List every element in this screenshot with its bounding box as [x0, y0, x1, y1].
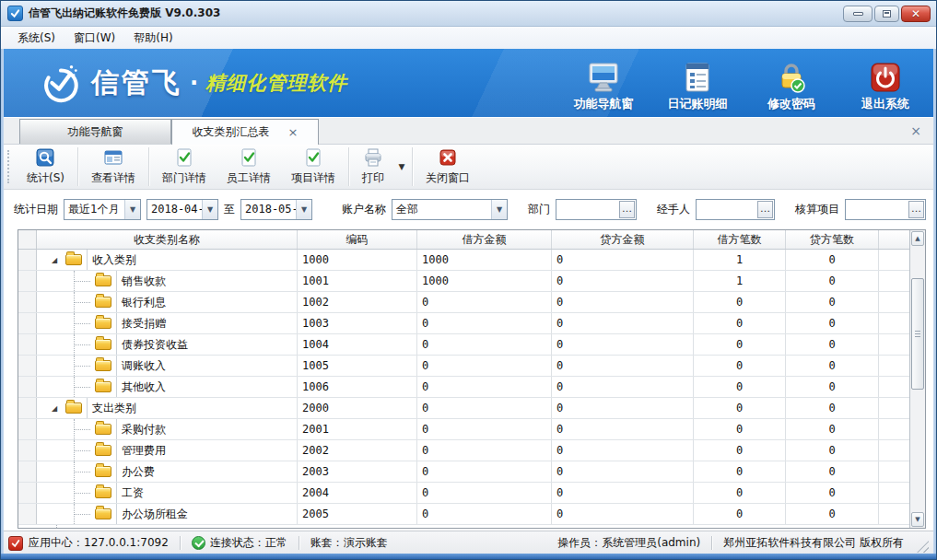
status-separator — [711, 536, 712, 550]
employee-detail-button[interactable]: 员工详情 — [217, 146, 281, 187]
view-detail-icon — [103, 147, 123, 168]
row-indicator — [18, 334, 37, 355]
view-detail-button[interactable]: 查看详情 — [81, 146, 146, 187]
chevron-down-icon[interactable]: ▼ — [202, 200, 217, 219]
category-cell: ◢ 债券投资收益 — [37, 334, 298, 355]
header-filler — [879, 230, 909, 249]
toolbar-grip[interactable] — [7, 150, 11, 183]
category-cell: ◢ 工资 — [37, 483, 298, 503]
stats-button[interactable]: 统计(S) — [17, 146, 75, 187]
close-button[interactable]: ✕ — [901, 6, 931, 22]
brand-logo-icon — [40, 62, 82, 104]
folder-icon — [95, 339, 111, 350]
connection-status: 连接状态：正常 — [192, 535, 287, 551]
date-to-combo[interactable]: 2018-05-21 ▼ — [240, 199, 312, 220]
scrollbar-thumb[interactable] — [911, 278, 924, 390]
nav-window-button[interactable]: 功能导航窗 — [568, 62, 639, 112]
print-dropdown-arrow[interactable]: ▼ — [394, 146, 409, 187]
row-indicator — [18, 292, 37, 312]
table-row[interactable]: ◢ 接受捐赠 1003 0 0 0 0 — [18, 313, 909, 334]
table-row[interactable]: ◢ 管理费用 2002 0 0 0 0 — [18, 440, 909, 461]
table-row[interactable]: ◢ 其他收入 1006 0 0 0 0 — [18, 377, 909, 398]
category-cell: ◢ 其他收入 — [37, 377, 298, 397]
app-window: 信管飞出纳记账软件免费版 V9.0.303 ✕ 系统(S) 窗口(W) 帮助(H… — [0, 0, 937, 560]
exit-system-button[interactable]: 退出系统 — [849, 62, 921, 112]
tab-nav-window[interactable]: 功能导航窗 — [19, 119, 171, 144]
status-separator — [299, 536, 299, 550]
connected-check-icon — [192, 536, 205, 550]
tree-connector — [74, 483, 91, 503]
table-row[interactable]: ◢ 工资 2004 0 0 0 0 — [18, 483, 909, 504]
table-row[interactable]: ◢ 债券投资收益 1004 0 0 0 0 — [18, 334, 909, 356]
project-detail-button[interactable]: 项目详情 — [281, 146, 346, 187]
table-row[interactable]: ◢ 调账收入 1005 0 0 0 0 — [18, 356, 909, 377]
category-cell: ◢ 支出类别 — [37, 398, 298, 418]
toolbar-separator — [148, 147, 149, 186]
row-indicator — [18, 440, 37, 461]
menu-help[interactable]: 帮助(H) — [124, 28, 182, 49]
scroll-down-icon[interactable]: ▼ — [911, 512, 924, 527]
title-bar: 信管飞出纳记账软件免费版 V9.0.303 ✕ — [1, 1, 936, 27]
scroll-up-icon[interactable]: ▲ — [911, 231, 924, 246]
maximize-button[interactable] — [874, 6, 899, 22]
menu-window[interactable]: 窗口(W) — [64, 28, 124, 49]
date-from-combo[interactable]: 2018-04-21 ▼ — [146, 199, 218, 220]
dept-detail-icon — [174, 147, 194, 168]
table-row[interactable]: ◢ 银行利息 1002 0 0 0 0 — [18, 292, 909, 313]
project-field[interactable]: … — [845, 199, 926, 220]
dept-detail-button[interactable]: 部门详情 — [152, 146, 217, 187]
menu-system[interactable]: 系统(S) — [8, 28, 64, 49]
table-row[interactable]: ◢ 销售收款 1001 1000 0 1 0 — [18, 271, 909, 292]
dept-label: 部门 — [528, 202, 550, 217]
close-window-button[interactable]: 关闭窗口 — [416, 146, 480, 187]
journal-detail-button[interactable]: 日记账明细 — [662, 62, 733, 112]
header-debit-count[interactable]: 借方笔数 — [694, 230, 786, 249]
table-row[interactable]: ◢ 收入类别 1000 1000 0 1 0 — [18, 250, 909, 271]
chevron-down-icon[interactable]: ▼ — [124, 200, 140, 219]
chevron-down-icon[interactable]: ▼ — [491, 200, 507, 219]
header-credit-count[interactable]: 贷方笔数 — [786, 230, 879, 249]
folder-icon — [95, 275, 111, 286]
tab-report[interactable]: 收支类别汇总表 × — [171, 119, 319, 145]
folder-icon — [65, 402, 82, 414]
folder-icon — [95, 445, 111, 456]
table-body: ◢ 收入类别 1000 1000 0 1 0 — [18, 250, 909, 528]
handler-field[interactable]: … — [696, 199, 775, 220]
header-debit[interactable]: 借方金额 — [417, 230, 552, 249]
tree-connector — [74, 504, 91, 524]
table-row[interactable]: ◢ 办公场所租金 2005 0 0 0 0 — [18, 504, 909, 525]
power-icon — [870, 62, 901, 93]
project-label: 核算项目 — [795, 202, 839, 217]
table-row[interactable]: ◢ 支出类别 2000 0 0 0 0 — [18, 398, 909, 419]
to-label: 至 — [224, 202, 235, 217]
print-button[interactable]: 打印 — [352, 146, 394, 187]
tab-close-icon[interactable]: × — [288, 126, 299, 138]
window-right-border — [933, 49, 936, 554]
change-password-button[interactable]: 修改密码 — [755, 62, 827, 112]
header-credit[interactable]: 贷方金额 — [552, 230, 694, 249]
print-icon — [363, 147, 383, 168]
vertical-scrollbar[interactable]: ▲ ▼ — [909, 230, 925, 528]
close-window-icon — [438, 147, 458, 168]
minimize-button[interactable] — [843, 6, 873, 22]
ellipsis-icon[interactable]: … — [908, 201, 924, 218]
window-bottom-border — [1, 554, 936, 559]
strip-close-icon[interactable]: × — [910, 124, 921, 137]
ellipsis-icon[interactable]: … — [757, 201, 773, 218]
expand-icon[interactable]: ◢ — [52, 256, 62, 264]
header-code[interactable]: 编码 — [298, 230, 417, 249]
table-row[interactable]: ◢ 采购付款 2001 0 0 0 0 — [18, 419, 909, 440]
resize-grip[interactable] — [917, 541, 929, 553]
table-row[interactable]: ◢ 办公费 2003 0 0 0 0 — [18, 461, 909, 483]
scrollbar-track[interactable] — [910, 247, 925, 511]
header-category[interactable]: 收支类别名称 — [37, 230, 298, 249]
header-indicator — [18, 230, 37, 249]
account-combo[interactable]: 全部 ▼ — [392, 199, 508, 220]
folder-icon — [95, 318, 111, 329]
expand-icon[interactable]: ◢ — [52, 404, 62, 413]
ellipsis-icon[interactable]: … — [619, 201, 635, 218]
date-preset-combo[interactable]: 最近1个月 ▼ — [64, 199, 141, 220]
maximize-icon — [883, 10, 891, 18]
chevron-down-icon[interactable]: ▼ — [296, 200, 311, 219]
dept-field[interactable]: … — [556, 199, 637, 220]
